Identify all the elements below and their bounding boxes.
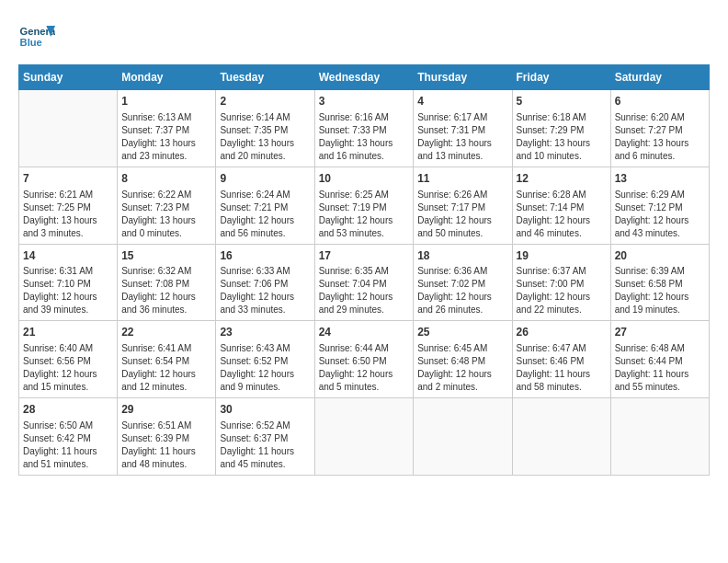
- calendar-cell: [19, 90, 118, 167]
- calendar-cell: 23Sunrise: 6:43 AM Sunset: 6:52 PM Dayli…: [216, 321, 314, 398]
- calendar-cell: 26Sunrise: 6:47 AM Sunset: 6:46 PM Dayli…: [512, 321, 610, 398]
- cell-content: Sunrise: 6:17 AM Sunset: 7:31 PM Dayligh…: [417, 111, 507, 163]
- cell-content: Sunrise: 6:14 AM Sunset: 7:35 PM Dayligh…: [220, 111, 310, 163]
- calendar-cell: 7Sunrise: 6:21 AM Sunset: 7:25 PM Daylig…: [19, 167, 118, 244]
- day-number: 19: [517, 248, 607, 264]
- calendar-cell: 6Sunrise: 6:20 AM Sunset: 7:27 PM Daylig…: [610, 90, 709, 167]
- day-number: 26: [517, 325, 607, 340]
- calendar-cell: 21Sunrise: 6:40 AM Sunset: 6:56 PM Dayli…: [19, 321, 118, 398]
- cell-content: Sunrise: 6:39 AM Sunset: 6:58 PM Dayligh…: [615, 265, 705, 316]
- calendar-header: SundayMondayTuesdayWednesdayThursdayFrid…: [19, 65, 710, 90]
- cell-content: Sunrise: 6:20 AM Sunset: 7:27 PM Dayligh…: [615, 111, 705, 163]
- cell-content: Sunrise: 6:13 AM Sunset: 7:37 PM Dayligh…: [121, 111, 211, 163]
- header-day-thursday: Thursday: [414, 65, 512, 90]
- calendar-cell: 1Sunrise: 6:13 AM Sunset: 7:37 PM Daylig…: [118, 90, 216, 167]
- week-row-4: 21Sunrise: 6:40 AM Sunset: 6:56 PM Dayli…: [19, 321, 710, 398]
- calendar-cell: 13Sunrise: 6:29 AM Sunset: 7:12 PM Dayli…: [610, 167, 709, 244]
- cell-content: Sunrise: 6:36 AM Sunset: 7:02 PM Dayligh…: [417, 265, 507, 316]
- svg-text:Blue: Blue: [20, 37, 42, 48]
- cell-content: Sunrise: 6:29 AM Sunset: 7:12 PM Dayligh…: [615, 189, 705, 240]
- cell-content: Sunrise: 6:35 AM Sunset: 7:04 PM Dayligh…: [319, 265, 410, 316]
- week-row-2: 7Sunrise: 6:21 AM Sunset: 7:25 PM Daylig…: [19, 167, 710, 244]
- calendar-cell: 27Sunrise: 6:48 AM Sunset: 6:44 PM Dayli…: [610, 321, 709, 398]
- day-number: 16: [220, 248, 310, 264]
- calendar-cell: 2Sunrise: 6:14 AM Sunset: 7:35 PM Daylig…: [216, 90, 314, 167]
- cell-content: Sunrise: 6:22 AM Sunset: 7:23 PM Dayligh…: [121, 189, 211, 240]
- calendar-cell: 12Sunrise: 6:28 AM Sunset: 7:14 PM Dayli…: [512, 167, 610, 244]
- cell-content: Sunrise: 6:47 AM Sunset: 6:46 PM Dayligh…: [517, 342, 607, 394]
- cell-content: Sunrise: 6:51 AM Sunset: 6:39 PM Dayligh…: [121, 419, 211, 471]
- day-number: 25: [417, 325, 507, 340]
- cell-content: Sunrise: 6:18 AM Sunset: 7:29 PM Dayligh…: [517, 111, 607, 163]
- calendar-cell: [314, 398, 414, 476]
- cell-content: Sunrise: 6:26 AM Sunset: 7:17 PM Dayligh…: [417, 189, 507, 240]
- calendar-table: SundayMondayTuesdayWednesdayThursdayFrid…: [18, 64, 710, 476]
- cell-content: Sunrise: 6:48 AM Sunset: 6:44 PM Dayligh…: [615, 342, 705, 394]
- cell-content: Sunrise: 6:25 AM Sunset: 7:19 PM Dayligh…: [319, 189, 410, 240]
- calendar-cell: 17Sunrise: 6:35 AM Sunset: 7:04 PM Dayli…: [314, 244, 414, 321]
- week-row-5: 28Sunrise: 6:50 AM Sunset: 6:42 PM Dayli…: [19, 398, 710, 476]
- calendar-cell: 25Sunrise: 6:45 AM Sunset: 6:48 PM Dayli…: [414, 321, 512, 398]
- day-number: 7: [23, 171, 113, 187]
- cell-content: Sunrise: 6:37 AM Sunset: 7:00 PM Dayligh…: [517, 265, 607, 316]
- calendar-body: 1Sunrise: 6:13 AM Sunset: 7:37 PM Daylig…: [19, 90, 710, 476]
- day-number: 21: [23, 325, 113, 340]
- calendar-cell: 24Sunrise: 6:44 AM Sunset: 6:50 PM Dayli…: [314, 321, 414, 398]
- calendar-cell: 19Sunrise: 6:37 AM Sunset: 7:00 PM Dayli…: [512, 244, 610, 321]
- cell-content: Sunrise: 6:41 AM Sunset: 6:54 PM Dayligh…: [121, 342, 211, 394]
- day-number: 1: [121, 94, 211, 109]
- calendar-cell: 22Sunrise: 6:41 AM Sunset: 6:54 PM Dayli…: [118, 321, 216, 398]
- day-number: 2: [220, 94, 310, 109]
- day-number: 6: [615, 94, 705, 109]
- calendar-cell: 30Sunrise: 6:52 AM Sunset: 6:37 PM Dayli…: [216, 398, 314, 476]
- cell-content: Sunrise: 6:16 AM Sunset: 7:33 PM Dayligh…: [319, 111, 410, 163]
- calendar-cell: 15Sunrise: 6:32 AM Sunset: 7:08 PM Dayli…: [118, 244, 216, 321]
- calendar-cell: 18Sunrise: 6:36 AM Sunset: 7:02 PM Dayli…: [414, 244, 512, 321]
- calendar-cell: 29Sunrise: 6:51 AM Sunset: 6:39 PM Dayli…: [118, 398, 216, 476]
- calendar-cell: 28Sunrise: 6:50 AM Sunset: 6:42 PM Dayli…: [19, 398, 118, 476]
- day-number: 15: [121, 248, 211, 264]
- cell-content: Sunrise: 6:33 AM Sunset: 7:06 PM Dayligh…: [220, 265, 310, 316]
- header-day-wednesday: Wednesday: [314, 65, 414, 90]
- calendar-cell: 10Sunrise: 6:25 AM Sunset: 7:19 PM Dayli…: [314, 167, 414, 244]
- day-number: 11: [417, 171, 507, 187]
- cell-content: Sunrise: 6:43 AM Sunset: 6:52 PM Dayligh…: [220, 342, 310, 394]
- day-number: 14: [23, 248, 113, 264]
- day-number: 29: [121, 402, 211, 418]
- calendar-cell: 14Sunrise: 6:31 AM Sunset: 7:10 PM Dayli…: [19, 244, 118, 321]
- cell-content: Sunrise: 6:31 AM Sunset: 7:10 PM Dayligh…: [23, 265, 113, 316]
- header-day-sunday: Sunday: [19, 65, 118, 90]
- cell-content: Sunrise: 6:21 AM Sunset: 7:25 PM Dayligh…: [23, 189, 113, 240]
- day-number: 24: [319, 325, 410, 340]
- page-header: General Blue: [18, 18, 710, 55]
- day-number: 17: [319, 248, 410, 264]
- cell-content: Sunrise: 6:45 AM Sunset: 6:48 PM Dayligh…: [417, 342, 507, 394]
- calendar-cell: [414, 398, 512, 476]
- header-row: SundayMondayTuesdayWednesdayThursdayFrid…: [19, 65, 710, 90]
- cell-content: Sunrise: 6:32 AM Sunset: 7:08 PM Dayligh…: [121, 265, 211, 316]
- calendar-cell: 9Sunrise: 6:24 AM Sunset: 7:21 PM Daylig…: [216, 167, 314, 244]
- calendar-cell: 8Sunrise: 6:22 AM Sunset: 7:23 PM Daylig…: [118, 167, 216, 244]
- day-number: 12: [517, 171, 607, 187]
- logo: General Blue: [18, 18, 59, 55]
- cell-content: Sunrise: 6:40 AM Sunset: 6:56 PM Dayligh…: [23, 342, 113, 394]
- week-row-1: 1Sunrise: 6:13 AM Sunset: 7:37 PM Daylig…: [19, 90, 710, 167]
- calendar-cell: [610, 398, 709, 476]
- calendar-cell: 5Sunrise: 6:18 AM Sunset: 7:29 PM Daylig…: [512, 90, 610, 167]
- cell-content: Sunrise: 6:24 AM Sunset: 7:21 PM Dayligh…: [220, 189, 310, 240]
- cell-content: Sunrise: 6:28 AM Sunset: 7:14 PM Dayligh…: [517, 189, 607, 240]
- cell-content: Sunrise: 6:44 AM Sunset: 6:50 PM Dayligh…: [319, 342, 410, 394]
- day-number: 30: [220, 402, 310, 418]
- day-number: 4: [417, 94, 507, 109]
- cell-content: Sunrise: 6:50 AM Sunset: 6:42 PM Dayligh…: [23, 419, 113, 471]
- calendar-cell: [512, 398, 610, 476]
- day-number: 20: [615, 248, 705, 264]
- day-number: 28: [23, 402, 113, 418]
- calendar-cell: 3Sunrise: 6:16 AM Sunset: 7:33 PM Daylig…: [314, 90, 414, 167]
- header-day-saturday: Saturday: [610, 65, 709, 90]
- day-number: 23: [220, 325, 310, 340]
- day-number: 27: [615, 325, 705, 340]
- header-day-friday: Friday: [512, 65, 610, 90]
- calendar-cell: 20Sunrise: 6:39 AM Sunset: 6:58 PM Dayli…: [610, 244, 709, 321]
- day-number: 22: [121, 325, 211, 340]
